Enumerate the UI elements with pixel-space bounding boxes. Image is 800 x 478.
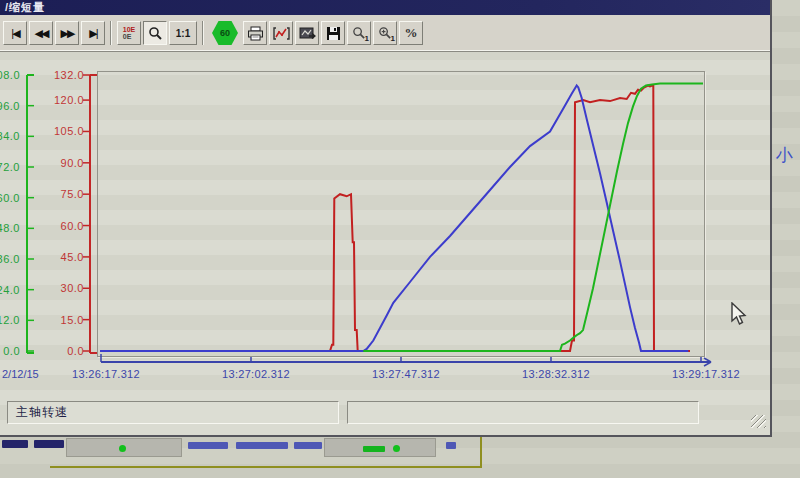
- green-indicator-dot: [393, 445, 400, 452]
- background-partial-text: 小: [776, 144, 793, 167]
- blurred-green-text: [363, 446, 385, 452]
- status-bar: 主轴转速: [0, 398, 770, 430]
- blurred-text: [236, 442, 288, 449]
- pen-value-field[interactable]: [347, 401, 699, 424]
- trend-chart-canvas: [0, 0, 772, 400]
- blurred-text: [34, 440, 64, 448]
- trend-window: /缩短量 |◀ ◀◀ ▶▶ ▶| 10E 0E 1:1: [0, 0, 772, 437]
- series-red-pen: [100, 86, 690, 352]
- screen: 小 /缩短量 |◀ ◀◀ ▶▶ ▶| 10E 0E: [0, 0, 800, 478]
- green-indicator-dot: [119, 445, 126, 452]
- series-blue-pen: [100, 86, 688, 352]
- series-green-pen: [363, 83, 703, 351]
- blurred-text: [188, 442, 228, 449]
- mouse-cursor-icon: [728, 302, 750, 328]
- blurred-text: [446, 442, 456, 449]
- blurred-text: [294, 442, 322, 449]
- pen-name-value: 主轴转速: [16, 405, 68, 419]
- hmi-button[interactable]: [66, 438, 182, 457]
- blurred-text: [2, 440, 28, 448]
- hmi-button[interactable]: [324, 438, 436, 457]
- background-line: [480, 437, 482, 468]
- pen-name-field[interactable]: 主轴转速: [7, 401, 339, 424]
- window-resize-grip[interactable]: [751, 415, 766, 428]
- background-line: [50, 466, 482, 468]
